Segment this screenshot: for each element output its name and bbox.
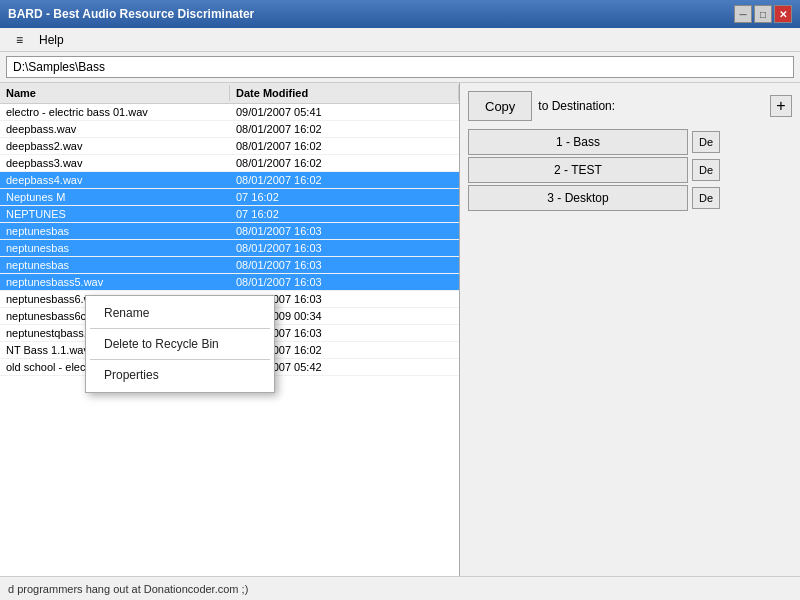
- file-date: 08/01/2007 16:02: [236, 157, 453, 169]
- file-name: NEPTUNES: [6, 208, 236, 220]
- title-bar: BARD - Best Audio Resource Discriminater…: [0, 0, 800, 28]
- file-date: 08/01/2007 16:03: [236, 242, 453, 254]
- status-bar: d programmers hang out at Donationcoder.…: [0, 576, 800, 600]
- menu-bar: ≡ Help: [0, 28, 800, 52]
- file-row[interactable]: deepbass.wav08/01/2007 16:02: [0, 121, 459, 138]
- file-row[interactable]: NEPTUNES07 16:02: [0, 206, 459, 223]
- file-row[interactable]: neptunesbas08/01/2007 16:03: [0, 257, 459, 274]
- context-separator: [90, 328, 270, 329]
- file-row[interactable]: electro - electric bass 01.wav09/01/2007…: [0, 104, 459, 121]
- file-name: deepbass.wav: [6, 123, 236, 135]
- dest-row: 3 - DesktopDe: [468, 185, 792, 211]
- file-date: 08/01/2007 16:03: [236, 259, 453, 271]
- file-row[interactable]: neptunesbas08/01/2007 16:03: [0, 240, 459, 257]
- title-bar-controls: ─ □ ✕: [734, 5, 792, 23]
- dest-delete-button[interactable]: De: [692, 159, 720, 181]
- file-name: neptunesbas: [6, 242, 236, 254]
- file-date: 08/01/2007 16:02: [236, 174, 453, 186]
- copy-button[interactable]: Copy: [468, 91, 532, 121]
- col-header-name[interactable]: Name: [0, 85, 230, 101]
- file-name: deepbass3.wav: [6, 157, 236, 169]
- add-destination-button[interactable]: +: [770, 95, 792, 117]
- file-date: 08/01/2007 16:02: [236, 123, 453, 135]
- file-row[interactable]: deepbass4.wav08/01/2007 16:02: [0, 172, 459, 189]
- file-row[interactable]: deepbass2.wav08/01/2007 16:02: [0, 138, 459, 155]
- file-row[interactable]: Neptunes M07 16:02: [0, 189, 459, 206]
- file-date: 08/01/2007 16:03: [236, 225, 453, 237]
- file-name: neptunesbas: [6, 225, 236, 237]
- file-date: 08/01/2007 16:03: [236, 276, 453, 288]
- dest-button[interactable]: 2 - TEST: [468, 157, 688, 183]
- col-header-date[interactable]: Date Modified: [230, 85, 459, 101]
- maximize-button[interactable]: □: [754, 5, 772, 23]
- file-date: 09/01/2007 05:41: [236, 106, 453, 118]
- file-name: electro - electric bass 01.wav: [6, 106, 236, 118]
- dest-row: 1 - BassDe: [468, 129, 792, 155]
- file-row[interactable]: deepbass3.wav08/01/2007 16:02: [0, 155, 459, 172]
- file-name: neptunesbass5.wav: [6, 276, 236, 288]
- dest-delete-button[interactable]: De: [692, 131, 720, 153]
- right-top-row: Copy to Destination: +: [468, 91, 792, 121]
- context-separator: [90, 359, 270, 360]
- context-menu-item[interactable]: Delete to Recycle Bin: [86, 331, 274, 357]
- toolbar: D:\Samples\Bass: [0, 52, 800, 83]
- path-input[interactable]: D:\Samples\Bass: [6, 56, 794, 78]
- status-text: d programmers hang out at Donationcoder.…: [8, 583, 248, 595]
- file-date: 07 16:02: [236, 191, 453, 203]
- context-menu-item[interactable]: Rename: [86, 300, 274, 326]
- dest-label: to Destination:: [538, 99, 615, 113]
- context-menu-item[interactable]: Properties: [86, 362, 274, 388]
- right-panel: Copy to Destination: + 1 - BassDe2 - TES…: [460, 83, 800, 577]
- destination-list: 1 - BassDe2 - TESTDe3 - DesktopDe: [468, 129, 792, 213]
- dest-button[interactable]: 3 - Desktop: [468, 185, 688, 211]
- menu-item-help[interactable]: Help: [31, 31, 72, 49]
- file-name: Neptunes M: [6, 191, 236, 203]
- close-button[interactable]: ✕: [774, 5, 792, 23]
- dest-delete-button[interactable]: De: [692, 187, 720, 209]
- menu-icon[interactable]: ≡: [8, 31, 31, 49]
- file-list-header: Name Date Modified: [0, 83, 459, 104]
- file-date: 07 16:02: [236, 208, 453, 220]
- file-row[interactable]: neptunesbas08/01/2007 16:03: [0, 223, 459, 240]
- file-date: 08/01/2007 16:02: [236, 140, 453, 152]
- file-name: deepbass2.wav: [6, 140, 236, 152]
- file-name: deepbass4.wav: [6, 174, 236, 186]
- dest-row: 2 - TESTDe: [468, 157, 792, 183]
- minimize-button[interactable]: ─: [734, 5, 752, 23]
- context-menu: RenameDelete to Recycle BinProperties: [85, 295, 275, 393]
- file-name: neptunesbas: [6, 259, 236, 271]
- file-row[interactable]: neptunesbass5.wav08/01/2007 16:03: [0, 274, 459, 291]
- dest-button[interactable]: 1 - Bass: [468, 129, 688, 155]
- app-title: BARD - Best Audio Resource Discriminater: [8, 7, 254, 21]
